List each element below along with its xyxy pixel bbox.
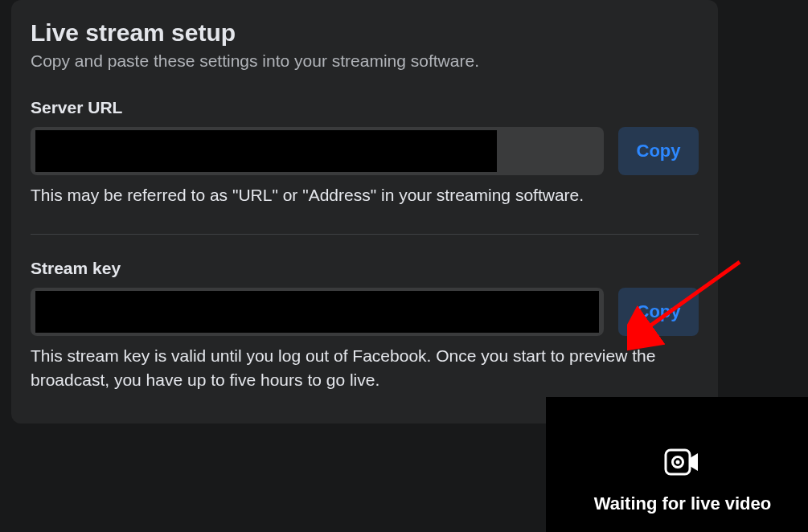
stream-key-help: This stream key is valid until you log o… xyxy=(31,344,699,391)
card-title: Live stream setup xyxy=(31,19,699,47)
stream-key-row: Copy xyxy=(31,288,699,336)
divider xyxy=(31,234,699,235)
stream-key-label: Stream key xyxy=(31,259,699,278)
card-subtitle: Copy and paste these settings into your … xyxy=(31,51,699,71)
camera-eye-icon xyxy=(664,448,701,479)
stream-key-input[interactable] xyxy=(31,288,604,336)
copy-server-url-button[interactable]: Copy xyxy=(618,127,699,175)
svg-point-2 xyxy=(676,460,680,464)
server-url-redaction xyxy=(35,130,497,172)
server-url-section: Server URL Copy This may be referred to … xyxy=(31,98,699,207)
copy-stream-key-button[interactable]: Copy xyxy=(618,288,699,336)
stream-key-redaction xyxy=(35,291,599,333)
live-stream-setup-card: Live stream setup Copy and paste these s… xyxy=(11,0,718,424)
server-url-help: This may be referred to as "URL" or "Add… xyxy=(31,183,699,207)
video-preview-panel: Waiting for live video xyxy=(546,397,808,532)
server-url-input[interactable] xyxy=(31,127,604,175)
stream-key-section: Stream key Copy This stream key is valid… xyxy=(31,259,699,391)
waiting-for-video-text: Waiting for live video xyxy=(546,493,808,514)
server-url-label: Server URL xyxy=(31,98,699,117)
server-url-row: Copy xyxy=(31,127,699,175)
